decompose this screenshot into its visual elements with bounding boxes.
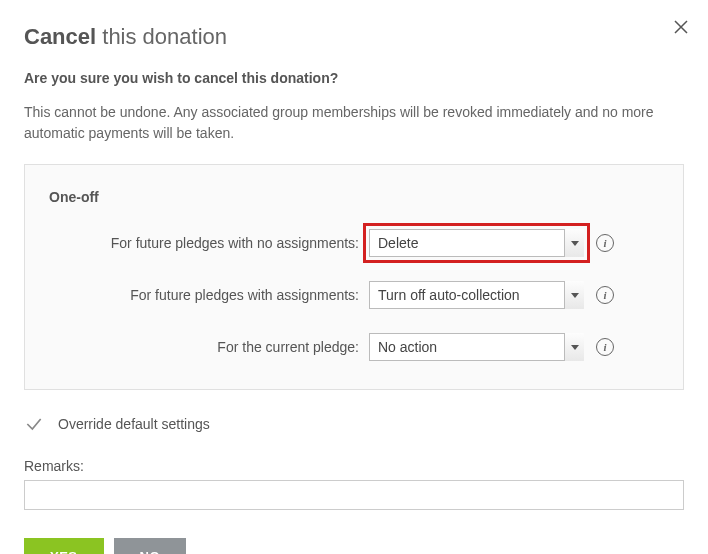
row-current-pledge: For the current pledge: No action i xyxy=(49,333,659,361)
select-value-current-pledge: No action xyxy=(369,333,584,361)
warning-text: This cannot be undone. Any associated gr… xyxy=(24,102,684,144)
info-icon[interactable]: i xyxy=(596,338,614,356)
no-button[interactable]: NO xyxy=(114,538,187,554)
label-with-assignments: For future pledges with assignments: xyxy=(49,287,369,303)
select-current-pledge[interactable]: No action xyxy=(369,333,584,361)
check-icon xyxy=(24,414,44,434)
options-panel: One-off For future pledges with no assig… xyxy=(24,164,684,390)
label-no-assignments: For future pledges with no assignments: xyxy=(49,235,369,251)
remarks-label: Remarks: xyxy=(24,458,684,474)
row-no-assignments: For future pledges with no assignments: … xyxy=(49,229,659,257)
yes-button[interactable]: YES xyxy=(24,538,104,554)
dialog-title: Cancel this donation xyxy=(24,24,684,50)
dialog-title-rest: this donation xyxy=(96,24,227,49)
info-icon[interactable]: i xyxy=(596,286,614,304)
close-button[interactable] xyxy=(672,18,690,41)
panel-heading: One-off xyxy=(49,189,659,205)
select-value-no-assignments: Delete xyxy=(369,229,584,257)
confirm-question: Are you sure you wish to cancel this don… xyxy=(24,70,684,86)
row-with-assignments: For future pledges with assignments: Tur… xyxy=(49,281,659,309)
info-icon[interactable]: i xyxy=(596,234,614,252)
override-toggle[interactable]: Override default settings xyxy=(24,414,684,434)
dialog-title-bold: Cancel xyxy=(24,24,96,49)
override-label: Override default settings xyxy=(58,416,210,432)
select-with-assignments[interactable]: Turn off auto-collection xyxy=(369,281,584,309)
label-current-pledge: For the current pledge: xyxy=(49,339,369,355)
remarks-input[interactable] xyxy=(24,480,684,510)
select-no-assignments[interactable]: Delete xyxy=(369,229,584,257)
select-value-with-assignments: Turn off auto-collection xyxy=(369,281,584,309)
close-icon xyxy=(672,18,690,36)
button-row: YES NO xyxy=(24,538,684,554)
